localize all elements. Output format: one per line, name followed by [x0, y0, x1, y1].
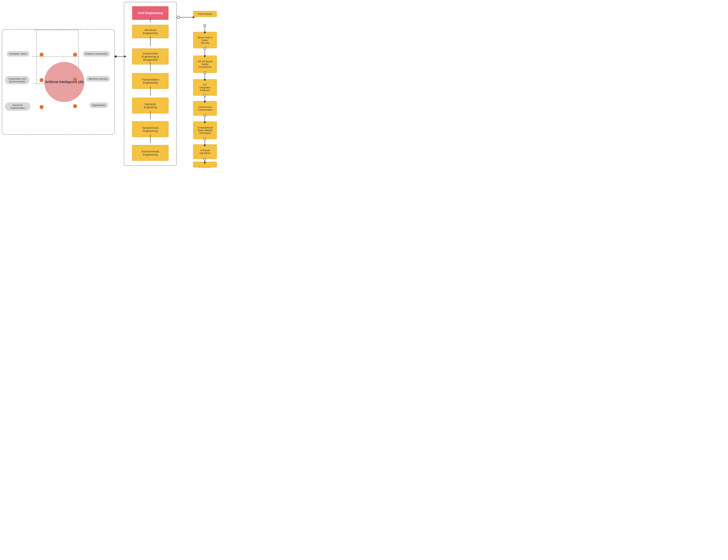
box-construction: ConstructionEngineering &Mnagement [132, 48, 169, 65]
box-sustainable: SustainableDevelopment [193, 162, 217, 168]
ai-algorithms-label: AI BasedAlgorithms [199, 149, 210, 155]
diagram-container: Artificial Intelligence (AI) Computer Vi… [0, 0, 219, 168]
box-future-needs: Future Needs [193, 11, 217, 17]
node-computer-vision: Computer Vision [7, 51, 29, 57]
ai-panel: Artificial Intelligence (AI) Computer Vi… [2, 29, 115, 135]
cooperation-label: Cooperation and Synchronization [7, 77, 27, 83]
robotic-label: Robotic Construction [85, 52, 107, 55]
autonomous-label: AutonomousTransportation [197, 106, 212, 111]
box-autonomous: AutonomousTransportation [193, 101, 217, 116]
dot-machine-learning [73, 78, 77, 82]
construction-label: ConstructionEngineering &Mnagement [142, 52, 159, 61]
civil-panel: Civil Engineering StructuralEngineering … [124, 2, 177, 166]
box-structural: StructuralEngineering [132, 25, 169, 38]
hydraulic-label: HydraulicEngieering [144, 103, 157, 109]
svg-point-8 [177, 16, 179, 19]
box-slope: ComputationalSlope StabilityTechniques [193, 122, 217, 139]
box-environmental: EnvironmentalEngineering [132, 145, 169, 161]
dot-digitalization [73, 104, 77, 108]
box-iot: IoTIntegrationPlatforms [193, 79, 217, 96]
box-transportation: TransportationEngineering [132, 73, 169, 89]
box-ai-algorithms: AI BasedAlgorithms [193, 145, 217, 159]
node-robotic: Robotic Construction [83, 51, 110, 57]
blockchain-label: Block chain &Cyber-Security [198, 36, 212, 44]
electronic-label: Electronic Augmentation [7, 104, 28, 109]
node-cooperation: Cooperation and Synchronization [5, 76, 30, 84]
svg-point-7 [115, 55, 117, 58]
iot-label: IoTIntegrationPlatforms [199, 83, 210, 92]
ar-vr-label: AR-VR BasedSafetyFrameworks [198, 60, 212, 68]
box-geotechnical: GeotechnicalEngineering [132, 121, 169, 137]
box-hydraulic: HydraulicEngieering [132, 98, 169, 114]
environmental-label: EnvironmentalEngineering [142, 150, 159, 156]
sustainable-label: SustainableDevelopment [198, 166, 212, 168]
node-electronic: Electronic Augmentation [5, 102, 30, 111]
dot-cooperation [40, 78, 44, 82]
transportation-label: TransportationEngineering [142, 78, 159, 84]
node-machine-learning: Machine Learning [86, 76, 110, 82]
digitalization-label: Digitalization [92, 104, 106, 107]
geotechnical-label: GeotechnicalEngineering [142, 126, 158, 132]
computer-vision-label: Computer Vision [9, 52, 27, 55]
civil-engineering-title: Civil Engineering [132, 6, 169, 20]
future-needs-label: Future Needs [198, 13, 212, 15]
ai-center-circle: Artificial Intelligence (AI) [44, 62, 84, 102]
machine-learning-label: Machine Learning [89, 77, 107, 80]
slope-label: ComputationalSlope StabilityTechniques [197, 126, 213, 134]
dot-computer-vision [40, 53, 44, 57]
box-blockchain: Block chain &Cyber-Security [193, 32, 217, 48]
ai-label: Artificial Intelligence (AI) [45, 80, 83, 84]
civil-title-label: Civil Engineering [138, 11, 163, 15]
dot-electronic [40, 105, 44, 109]
svg-point-11 [204, 24, 206, 27]
box-ar-vr: AR-VR BasedSafetyFrameworks [193, 56, 217, 73]
dot-robotic [73, 53, 77, 57]
structural-label: StructuralEngineering [143, 28, 158, 35]
node-digitalization: Digitalization [89, 102, 108, 108]
